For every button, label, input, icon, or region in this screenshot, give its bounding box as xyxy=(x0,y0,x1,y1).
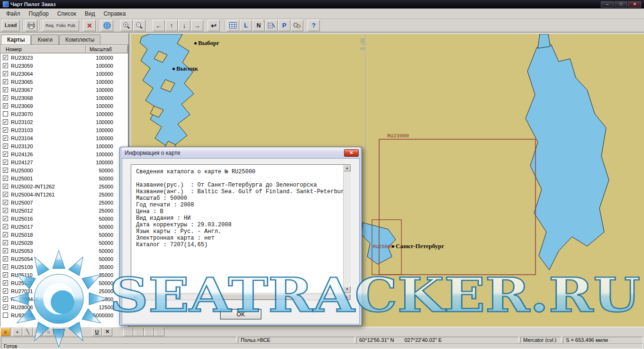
table-row[interactable]: ✓ RU23102 100000 xyxy=(0,118,128,126)
table-row[interactable]: ✓ RU25012 25000 xyxy=(0,206,128,215)
close-button[interactable]: ✕ xyxy=(628,1,641,8)
delete-object-button[interactable]: ✕ xyxy=(102,328,112,336)
row-checkbox[interactable]: ✓ xyxy=(3,240,8,245)
menu-item-Список[interactable]: Список xyxy=(53,9,81,18)
zoom-out-button[interactable] xyxy=(133,20,145,31)
minimize-button[interactable]: – xyxy=(601,1,614,8)
clear-order-button[interactable]: ✕ xyxy=(83,20,96,31)
row-checkbox[interactable]: ✓ xyxy=(3,184,8,189)
table-row[interactable]: ✓ RU25018 50000 xyxy=(0,231,128,239)
menu-item-Файл[interactable]: Файл xyxy=(2,9,25,18)
row-checkbox[interactable]: ✓ xyxy=(3,288,8,294)
row-checkbox[interactable]: ✓ xyxy=(3,232,8,237)
row-checkbox[interactable]: ✓ xyxy=(3,168,8,173)
scroll-down-button[interactable]: ▼ xyxy=(344,286,351,293)
row-checkbox[interactable]: ✓ xyxy=(3,272,8,277)
pan-right-button[interactable]: → xyxy=(191,20,203,31)
row-checkbox[interactable]: ✓ xyxy=(3,71,8,76)
draw-warning-button[interactable]: △ xyxy=(54,328,64,336)
row-checkbox[interactable]: ✓ xyxy=(3,208,8,213)
req-folio-pub-button[interactable]: Req. Folio Pub. xyxy=(43,20,79,31)
column-header-scale[interactable]: Масштаб xyxy=(86,45,128,53)
dialog-vertical-scrollbar[interactable]: ▲ ▼ xyxy=(343,165,350,293)
zoom-in-button[interactable] xyxy=(120,20,133,31)
row-checkbox[interactable]: ✓ xyxy=(3,95,8,100)
row-checkbox[interactable]: ✓ xyxy=(3,119,8,125)
scrollbar-thumb[interactable] xyxy=(214,294,297,300)
table-row[interactable]: ✓ RU23064 100000 xyxy=(0,70,128,78)
table-row[interactable]: ✓ RU25001 50000 xyxy=(0,174,128,182)
table-row[interactable]: ✓ RU25000 50000 xyxy=(0,166,128,174)
table-row[interactable]: ✓ RU25016 50000 xyxy=(0,215,128,223)
draw-rect-button[interactable]: ▭ xyxy=(33,328,43,336)
previous-view-button[interactable]: ↩ xyxy=(208,20,220,31)
row-checkbox[interactable]: ✓ xyxy=(3,143,8,149)
print-button[interactable] xyxy=(25,20,37,31)
table-row[interactable]: ✓ RU25054 50000 xyxy=(0,255,128,263)
table-row[interactable]: ✓ RU28006 12500 xyxy=(0,303,128,311)
dialog-title-bar[interactable]: Информация о карте ✕ xyxy=(122,147,360,158)
table-row[interactable]: ✓ RU23104 100000 xyxy=(0,134,128,142)
draw-point-button[interactable]: + xyxy=(12,328,22,336)
table-row[interactable]: ✓ RU25109 35000 xyxy=(0,263,128,271)
row-checkbox[interactable]: ✓ xyxy=(3,304,8,310)
symbols-button[interactable] xyxy=(265,20,278,31)
scroll-left-button[interactable]: ◄ xyxy=(131,294,138,300)
table-row[interactable]: ✓ RU25017 50000 xyxy=(0,223,128,231)
table-row[interactable]: RU23070 100000 xyxy=(0,110,128,118)
column-header-number[interactable]: Номер xyxy=(0,45,86,53)
draw-line-button[interactable]: ╲ xyxy=(23,328,33,336)
pan-left-button[interactable]: ← xyxy=(153,20,165,31)
draw-ellipse-button[interactable]: ○ xyxy=(44,328,54,336)
row-checkbox[interactable]: ✓ xyxy=(3,192,8,197)
row-checkbox[interactable]: ✓ xyxy=(3,79,8,84)
table-row[interactable]: ✓ RU23120 100000 xyxy=(0,142,128,150)
dialog-ok-button[interactable]: OK xyxy=(220,309,261,319)
table-row[interactable]: ✓ RU23065 100000 xyxy=(0,78,128,86)
row-checkbox[interactable]: ✓ xyxy=(3,296,8,302)
row-checkbox[interactable]: ✓ xyxy=(3,55,8,60)
table-row[interactable]: ✓ RU23103 100000 xyxy=(0,126,128,134)
row-checkbox[interactable]: ✓ xyxy=(3,176,8,181)
table-row[interactable]: ✓ RU27034-A 25000 xyxy=(0,295,128,303)
table-row[interactable]: ✓ RU23023 100000 xyxy=(0,54,128,62)
dialog-horizontal-scrollbar[interactable]: ◄ ► xyxy=(131,294,351,300)
row-checkbox[interactable] xyxy=(3,313,8,318)
tab-sets[interactable]: Комплекты xyxy=(59,35,101,45)
menu-item-Подбор[interactable]: Подбор xyxy=(25,9,53,18)
pan-down-button[interactable]: ↓ xyxy=(178,20,190,31)
row-checkbox[interactable]: ✓ xyxy=(3,216,8,221)
table-row[interactable]: ✓ RU25004-INT1261 25000 xyxy=(0,190,128,198)
row-checkbox[interactable]: ✓ xyxy=(3,248,8,253)
settings-gears-button[interactable] xyxy=(291,20,303,31)
row-checkbox[interactable]: ✓ xyxy=(3,127,8,133)
menu-item-Вид[interactable]: Вид xyxy=(81,9,100,18)
row-checkbox[interactable]: ✓ xyxy=(3,280,8,286)
help-button[interactable]: ? xyxy=(308,20,320,31)
tab-books[interactable]: Книги xyxy=(31,35,58,45)
layers-menu-button[interactable]: ≡ xyxy=(0,328,10,336)
tab-charts[interactable]: Карты xyxy=(1,35,31,45)
row-checkbox[interactable]: ✓ xyxy=(3,63,8,68)
load-button[interactable]: Load xyxy=(2,20,20,31)
dialog-close-button[interactable]: ✕ xyxy=(344,149,359,157)
table-row[interactable]: ✓ RU25007 25000 xyxy=(0,198,128,206)
table-row[interactable]: ✓ RU24127 100000 xyxy=(0,158,128,166)
table-row[interactable]: ✓ RU25115 50000 xyxy=(0,279,128,287)
row-checkbox[interactable]: ✓ xyxy=(3,200,8,205)
row-checkbox[interactable]: ✓ xyxy=(3,224,8,229)
north-arrow-button[interactable]: N↑ xyxy=(253,20,265,31)
p-button[interactable]: P xyxy=(278,20,290,31)
table-row[interactable]: ✓ RU25053 50000 xyxy=(0,247,128,255)
row-checkbox[interactable]: ✓ xyxy=(3,135,8,141)
scroll-up-button[interactable]: ▲ xyxy=(344,165,351,171)
pan-up-button[interactable]: ↑ xyxy=(165,20,178,31)
table-row[interactable]: ✓ RU25028 50000 xyxy=(0,239,128,247)
row-checkbox[interactable]: ✓ xyxy=(3,103,8,108)
row-checkbox[interactable]: ✓ xyxy=(3,152,8,157)
table-row[interactable]: ✓ RU23069 100000 xyxy=(0,102,128,110)
table-row[interactable]: RU92018 5000000 xyxy=(0,311,128,319)
l-button[interactable]: L xyxy=(240,20,252,31)
grid-button[interactable] xyxy=(227,20,239,31)
row-checkbox[interactable]: ✓ xyxy=(3,160,8,165)
